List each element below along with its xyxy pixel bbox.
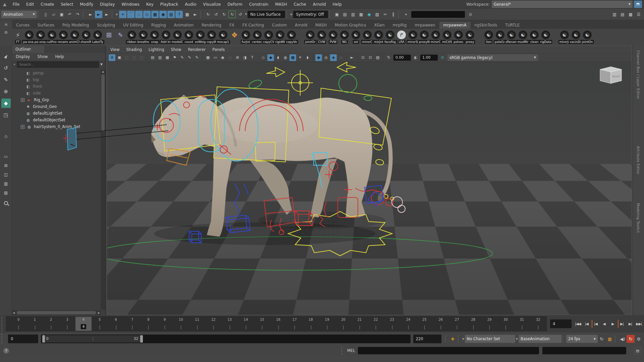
contrast-icon[interactable]: ◐ [412, 54, 419, 61]
range-slider-track[interactable]: 0 32 [41, 335, 411, 343]
shelf-item-miCtlS[interactable]: ☯miCtlS [441, 30, 453, 44]
sidebar-attribute-editor-icon[interactable]: ▤ [619, 11, 626, 18]
ipr-render-icon[interactable]: ▥ [349, 11, 357, 18]
go-to-start-button[interactable]: |◀◀ [574, 320, 582, 328]
shelf-item-vacinDe[interactable]: ☯vacinDe [570, 30, 582, 44]
script-editor-icon[interactable]: ▤ [634, 347, 641, 354]
shelf-item-rigData[interactable]: ☯rigData [540, 30, 551, 44]
menu-playback[interactable]: Playback [157, 0, 182, 9]
shelf-tab-fx[interactable]: FX [225, 22, 238, 29]
image-plane-icon[interactable]: ▦ [164, 54, 171, 61]
current-tool[interactable]: ◆ [1, 99, 11, 108]
snap-projected-center-icon[interactable]: ◇ [143, 11, 151, 18]
snap-curve-icon[interactable]: ⌒ [127, 11, 135, 18]
grease-pencil-icon[interactable]: ✎ [179, 54, 185, 61]
menu-audio[interactable]: Audio [181, 0, 200, 9]
current-frame-field[interactable]: 4 [550, 319, 572, 328]
viewport-canvas[interactable]: RIGHT [107, 46, 632, 315]
go-to-end-button[interactable]: ▶▶| [635, 320, 643, 328]
workspace-lock-icon[interactable]: ⬒ [634, 1, 642, 8]
shelf-item-NG[interactable]: ☯NG [339, 30, 350, 44]
outliner-item-Ground_Geo[interactable]: ❖Ground_Geo [12, 103, 101, 110]
shadows-icon[interactable]: ◗ [304, 54, 311, 61]
shelf-gear-icon[interactable]: ⚙ [4, 30, 8, 35]
auto-key-icon[interactable]: ↻ [627, 335, 635, 343]
scroll-up-icon[interactable]: ▲ [101, 70, 105, 73]
outliner-hscrollbar[interactable]: ◀ ▶ [12, 310, 101, 315]
isolate-select-icon[interactable]: ► [348, 54, 355, 61]
collapse-arrow-icon[interactable]: ▶ [116, 13, 118, 16]
outliner-tab[interactable]: Outliner [12, 46, 44, 53]
command-line-grip[interactable] [341, 347, 344, 355]
toolbar-grip[interactable] [398, 11, 401, 18]
wireframe-icon[interactable]: ◇ [260, 54, 267, 61]
shelf-item-ribbon[interactable]: ☯ribbon [126, 30, 138, 44]
shelf-item-proxy[interactable]: ☯proxy [464, 30, 476, 44]
toolbar-grip[interactable] [615, 336, 618, 342]
render-cut-icon[interactable]: ✂ [381, 11, 389, 18]
character-set-dropdown[interactable]: No Character Set [465, 335, 515, 343]
textured-icon[interactable]: ◍ [282, 54, 289, 61]
exposure-field[interactable]: 0.00 [393, 55, 411, 61]
chevron-down-icon[interactable]: ▼ [245, 13, 247, 16]
grid-toggle-icon[interactable]: ▦ [205, 54, 211, 61]
history-options-icon[interactable]: ↺ [236, 11, 244, 18]
range-center-grip[interactable] [93, 337, 93, 341]
shelf-item-grid[interactable]: ⊞ [103, 30, 115, 44]
dim-a-icon[interactable]: ▢ [123, 54, 130, 61]
workspace-dropdown[interactable]: General* ▼ [492, 1, 633, 8]
time-slider-grip[interactable] [1, 316, 6, 331]
menu-constrain[interactable]: Constrain [246, 0, 272, 9]
gamma-toggle-icon[interactable]: ⊙ [439, 54, 446, 61]
make-live-icon[interactable]: ◉ [159, 11, 167, 18]
outliner-item-Rig_Grp[interactable]: +►Rig_Grp [12, 97, 101, 103]
shelf-tab-xgen[interactable]: XGen [370, 22, 389, 29]
render-sphere-icon[interactable]: ◉ [365, 11, 373, 18]
range-grip[interactable] [1, 334, 5, 344]
shelf-item-mirJnt[interactable]: ☯mirJnt [373, 30, 384, 44]
shelf-item-PVW[interactable]: ☯PVW [327, 30, 339, 44]
menu-set-dropdown[interactable]: Animation ▼ [1, 11, 37, 18]
menu-cache[interactable]: Cache [290, 0, 309, 9]
shelf-item-copyVe[interactable]: ☯copyVe [286, 30, 297, 44]
shelf-item-jointOn[interactable]: ☯jointOn [582, 30, 593, 44]
render-settings-icon[interactable]: ▦ [357, 11, 365, 18]
step-forward-key-button[interactable]: ▶| [618, 320, 625, 328]
play-backwards-button[interactable]: ◀ [600, 320, 608, 328]
shelf-tab-poly-modeling[interactable]: Poly Modeling [58, 22, 93, 29]
menu-create[interactable]: Create [37, 0, 57, 9]
menu-help[interactable]: Help [329, 0, 345, 9]
layout-outliner-icon[interactable]: ▥ [1, 180, 11, 187]
toolbar-grip[interactable] [286, 11, 289, 18]
shelf-tab-sculpting[interactable]: Sculpting [93, 22, 119, 29]
loop-icon[interactable]: ↻ [598, 335, 606, 343]
menu-mash[interactable]: MASH [272, 0, 290, 9]
menu-arnold[interactable]: Arnold [310, 0, 329, 9]
render-setup-icon[interactable]: ▧ [373, 11, 381, 18]
range-end-handle[interactable] [140, 335, 143, 343]
layout-single-icon[interactable]: ▭ [1, 153, 11, 160]
render-region-icon[interactable]: ▤ [341, 11, 348, 18]
anim-layer-dropdown[interactable]: BaseAnimation [519, 335, 561, 343]
shelf-tab-motion-graphics[interactable]: Motion Graphics [331, 22, 370, 29]
shelf-item-breathe[interactable]: ☯breathe [138, 30, 149, 44]
menu-select[interactable]: Select [57, 0, 76, 9]
paint-select-tool[interactable]: ✎ [1, 75, 11, 84]
snap-mesh-icon[interactable]: ▤ [167, 11, 175, 18]
save-scene-icon[interactable]: ▣ [58, 11, 65, 18]
shelf-tab-surfaces[interactable]: Surfaces [34, 22, 58, 29]
shelf-item-sel[interactable]: ☯sel [350, 30, 362, 44]
animation-start-field[interactable]: 0 [8, 335, 38, 343]
filter-icon[interactable]: ⌖ [13, 62, 15, 67]
last-tool-icon[interactable]: ◇ [1, 133, 11, 140]
shelf-item-paint[interactable]: ✎ [115, 30, 126, 44]
shelf-item-cutProx[interactable]: ☯cutProx [46, 30, 58, 44]
move-tool[interactable]: ⊕ [1, 87, 11, 96]
shelf-tab-ngskintools[interactable]: ngSkinTools [471, 22, 501, 29]
step-back-frame-button[interactable]: |◀ [583, 320, 590, 328]
speaker-icon[interactable]: ◀) [619, 335, 627, 343]
collapse-arrow-icon[interactable]: ▶ [290, 13, 292, 16]
animation-end-field[interactable]: 220 [413, 335, 441, 343]
select-object-icon[interactable]: ► [95, 11, 102, 18]
keys-icon[interactable]: ↻ [220, 11, 228, 18]
